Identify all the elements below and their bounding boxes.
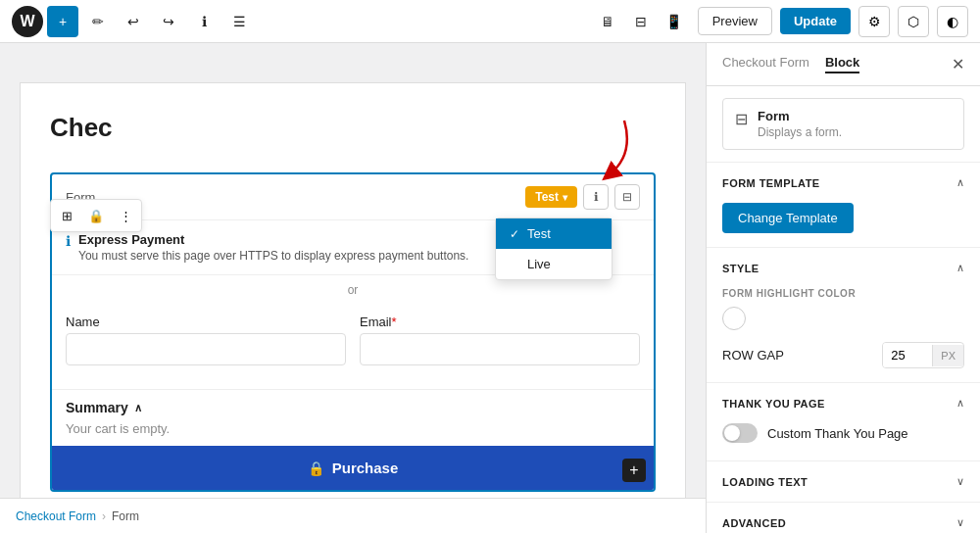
mode-dropdown-menu: ✓ Test ✓ Live [495, 218, 612, 280]
tab-checkout-form[interactable]: Checkout Form [722, 55, 809, 73]
dropdown-test-option[interactable]: ✓ Test [496, 218, 612, 249]
express-payment-title: Express Payment [78, 232, 468, 247]
live-option-label: Live [527, 257, 551, 271]
breadcrumb: Checkout Form › Form [0, 498, 706, 533]
form-header-right: Test ▾ ℹ ⊟ ✓ Test [525, 184, 640, 210]
add-block-plus-button[interactable]: + [622, 459, 646, 482]
wp-logo-text: W [20, 13, 34, 30]
change-template-button[interactable]: Change Template [722, 203, 854, 233]
page-content: Chec ⊞ 🔒 ⋮ [20, 82, 686, 498]
thank-you-section: Thank You Page ∧ Custom Thank You Page [707, 382, 980, 460]
style-section: Style ∧ FORM HIGHLIGHT COLOR ROW GAP PX [707, 247, 980, 382]
block-lock-button[interactable]: 🔒 [82, 202, 110, 229]
email-required-mark: * [392, 315, 397, 329]
panel-close-button[interactable]: ✕ [952, 55, 964, 73]
summary-empty-text: Your cart is empty. [66, 421, 640, 436]
panel-tabs: Checkout Form Block [722, 55, 859, 73]
custom-thank-you-toggle-row: Custom Thank You Page [722, 423, 964, 447]
dropdown-live-option[interactable]: ✓ Live [496, 249, 612, 279]
main-layout: Chec ⊞ 🔒 ⋮ [0, 43, 980, 533]
highlight-color-row [722, 307, 964, 330]
preview-button[interactable]: Preview [698, 7, 772, 35]
thank-you-header[interactable]: Thank You Page ∧ [707, 383, 980, 423]
express-payment-info: Express Payment You must serve this page… [78, 232, 468, 263]
lock-icon: 🔒 [308, 460, 324, 476]
mobile-view-button[interactable]: 📱 [659, 6, 690, 37]
info-button[interactable]: ℹ [188, 6, 220, 37]
tablet-view-button[interactable]: ⊟ [625, 6, 657, 37]
redo-button[interactable]: ↪ [153, 6, 184, 37]
style-header[interactable]: Style ∧ [707, 248, 980, 288]
form-info-card: ⊟ Form Displays a form. [722, 98, 964, 150]
express-payment-desc: You must serve this page over HTTPS to d… [78, 249, 468, 263]
style-title: Style [722, 263, 760, 274]
settings-button[interactable]: ⚙ [858, 6, 890, 37]
add-block-button[interactable]: + [47, 6, 78, 37]
name-email-row: Name Email* [66, 315, 640, 365]
block-more-button[interactable]: ⋮ [112, 202, 139, 229]
row-gap-input[interactable] [883, 343, 932, 367]
block-toolbar: ⊞ 🔒 ⋮ [50, 199, 142, 232]
advanced-chevron-icon: ∨ [956, 516, 964, 529]
list-view-button[interactable]: ☰ [223, 6, 255, 37]
undo-button[interactable]: ↩ [118, 6, 149, 37]
custom-thank-you-toggle[interactable] [722, 423, 758, 443]
breadcrumb-parent[interactable]: Checkout Form [16, 509, 96, 523]
purchase-button[interactable]: 🔒 Purchase [52, 446, 654, 490]
form-template-header[interactable]: Form Template ∧ [707, 163, 980, 203]
email-field-group: Email* [360, 315, 640, 365]
check-icon: ✓ [510, 227, 519, 241]
toggle-knob [724, 425, 740, 441]
summary-section: Summary ∧ Your cart is empty. [52, 389, 654, 446]
row-gap-input-wrap: PX [882, 342, 964, 368]
highlight-color-swatch[interactable] [722, 307, 746, 330]
row-gap-unit: PX [932, 345, 963, 366]
breadcrumb-separator: › [102, 509, 106, 523]
update-button[interactable]: Update [780, 8, 851, 34]
name-input[interactable] [66, 333, 346, 365]
settings-icon-button[interactable]: ⊟ [614, 184, 640, 210]
block-settings-button[interactable]: ⊞ [53, 202, 80, 229]
advanced-title: Advanced [722, 517, 786, 529]
purchase-button-label: Purchase [332, 460, 399, 476]
loading-text-header[interactable]: Loading Text ∨ [707, 461, 980, 502]
test-option-label: Test [527, 226, 551, 241]
name-field-group: Name [66, 315, 346, 365]
email-input[interactable] [360, 333, 640, 365]
info-icon-button[interactable]: ℹ [583, 184, 609, 210]
highlight-color-label: FORM HIGHLIGHT COLOR [722, 288, 964, 299]
desktop-view-button[interactable]: 🖥 [592, 6, 623, 37]
wp-logo[interactable]: W [12, 6, 43, 37]
thank-you-title: Thank You Page [722, 398, 825, 410]
dropdown-arrow-icon: ▾ [563, 192, 567, 203]
panel-header: Checkout Form Block ✕ [707, 43, 980, 86]
form-card-title: Form [758, 109, 842, 123]
toolbar: W + ✏ ↩ ↪ ℹ ☰ 🖥 ⊟ 📱 Preview Update ⚙ ⬡ ◐ [0, 0, 980, 43]
style-chevron-icon: ∧ [956, 262, 964, 274]
toolbar-right: 🖥 ⊟ 📱 Preview Update ⚙ ⬡ ◐ [592, 6, 968, 37]
tools-button[interactable]: ✏ [82, 6, 114, 37]
advanced-section: Advanced ∨ [707, 502, 980, 533]
advanced-header[interactable]: Advanced ∨ [707, 503, 980, 533]
test-mode-button[interactable]: Test ▾ [525, 186, 577, 208]
row-gap-label: ROW GAP [722, 348, 784, 363]
form-card-desc: Displays a form. [758, 125, 842, 139]
form-info-text: Form Displays a form. [758, 109, 842, 139]
form-template-chevron-icon: ∧ [956, 176, 964, 189]
editor-canvas: Chec ⊞ 🔒 ⋮ [0, 43, 706, 498]
device-buttons: 🖥 ⊟ 📱 [592, 6, 690, 37]
row-gap-row: ROW GAP PX [722, 342, 964, 368]
form-info-icon: ⊟ [735, 110, 748, 128]
form-template-title: Form Template [722, 177, 820, 189]
form-header: Form Test ▾ ℹ ⊟ ✓ [52, 174, 654, 220]
extensions-button[interactable]: ⬡ [898, 6, 929, 37]
form-template-content: Change Template [707, 203, 980, 247]
thank-you-content: Custom Thank You Page [707, 423, 980, 460]
loading-text-section: Loading Text ∨ [707, 460, 980, 502]
form-fields: Name Email* [52, 305, 654, 389]
test-mode-label: Test [535, 190, 559, 204]
user-button[interactable]: ◐ [937, 6, 968, 37]
right-panel: Checkout Form Block ✕ ⊟ Form Displays a … [706, 43, 980, 533]
tab-block[interactable]: Block [825, 55, 859, 73]
summary-chevron-icon: ∧ [134, 402, 142, 414]
